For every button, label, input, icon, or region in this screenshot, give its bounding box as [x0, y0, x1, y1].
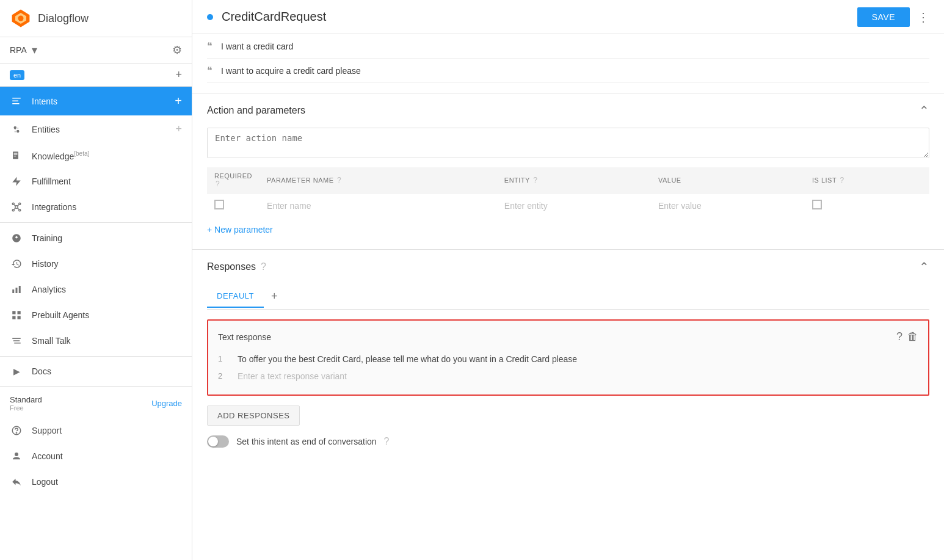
dialogflow-logo-icon [10, 7, 32, 29]
svg-rect-23 [16, 288, 18, 293]
sidebar-item-fulfillment[interactable]: Fulfillment [0, 169, 192, 194]
response-number-2: 2 [218, 371, 228, 380]
sidebar-item-knowledge[interactable]: Knowledge[beta] [0, 143, 192, 169]
upgrade-row: Standard Free Upgrade [0, 389, 192, 418]
add-entity-icon[interactable]: + [175, 123, 182, 136]
sidebar-item-label-integrations: Integrations [32, 202, 76, 212]
svg-line-20 [14, 208, 15, 209]
save-button[interactable]: SAVE [857, 7, 910, 27]
sidebar-item-label-training: Training [32, 233, 62, 243]
required-help-icon: ? [216, 180, 220, 188]
entity-cell[interactable]: Enter entity [497, 194, 651, 218]
action-name-input[interactable] [207, 128, 929, 158]
sidebar-item-logout[interactable]: Logout [0, 469, 192, 495]
settings-icon[interactable]: ⚙ [172, 43, 182, 57]
app-logo-text: Dialogflow [38, 12, 89, 25]
phrase-text-1: I want a credit card [221, 42, 293, 51]
quote-icon-1: ❝ [207, 40, 212, 52]
response-placeholder-2[interactable]: Enter a text response variant [238, 371, 347, 381]
sidebar-item-prebuilt-agents[interactable]: Prebuilt Agents [0, 302, 192, 328]
required-header: REQUIRED ? [207, 167, 260, 194]
text-response-help-button[interactable]: ? [896, 330, 902, 343]
svg-rect-27 [12, 316, 15, 319]
language-badge[interactable]: en [10, 70, 24, 80]
sidebar-item-support[interactable]: Support [0, 418, 192, 443]
add-responses-button[interactable]: ADD RESPONSES [207, 405, 300, 426]
param-name-cell[interactable]: Enter name [260, 194, 497, 218]
text-response-delete-button[interactable]: 🗑 [907, 330, 918, 343]
agent-selector[interactable]: RPA ▾ ⚙ [0, 37, 192, 64]
entity-help-icon: ? [533, 176, 537, 184]
sidebar-item-history[interactable]: History [0, 251, 192, 277]
collapse-action-params-icon[interactable]: ⌃ [919, 103, 929, 118]
svg-point-17 [19, 209, 21, 211]
phrase-row: ❝ I want a credit card [207, 34, 929, 59]
svg-rect-4 [12, 100, 18, 101]
response-text-1[interactable]: To offer you the best Credit Card, pleas… [238, 354, 577, 364]
end-conversation-toggle[interactable] [207, 435, 229, 448]
value-cell[interactable]: Enter value [651, 194, 805, 218]
upgrade-button[interactable]: Upgrade [151, 399, 182, 408]
small-talk-icon [10, 335, 23, 346]
tab-default[interactable]: DEFAULT [207, 285, 264, 308]
sidebar-item-label-account: Account [32, 451, 63, 461]
responses-header: Responses ? ⌃ [207, 260, 929, 274]
sidebar-item-small-talk[interactable]: Small Talk [0, 328, 192, 354]
response-row-2: 2 Enter a text response variant [218, 368, 918, 385]
logout-icon [10, 476, 23, 487]
more-options-icon[interactable]: ⋮ [917, 10, 929, 24]
content-area: ❝ I want a credit card ❝ I want to acqui… [192, 34, 944, 560]
sidebar-item-label-intents: Intents [32, 96, 57, 106]
action-params-header: Action and parameters ⌃ [207, 103, 929, 118]
response-tabs: DEFAULT + [207, 284, 929, 310]
sidebar-item-entities[interactable]: Entities + [0, 115, 192, 143]
intent-title: CreditCardRequest [222, 10, 857, 24]
sidebar-item-label-support: Support [32, 426, 62, 435]
sidebar-item-label-small-talk: Small Talk [32, 336, 71, 346]
entity-header: ENTITY ? [497, 167, 651, 194]
knowledge-icon [10, 150, 23, 161]
phrase-row: ❝ I want to acquire a credit card please [207, 59, 929, 83]
action-params-title: Action and parameters [207, 105, 305, 116]
svg-point-2 [18, 16, 24, 21]
sidebar-item-label-docs: Docs [32, 366, 51, 376]
svg-rect-26 [18, 311, 21, 314]
svg-line-21 [18, 208, 19, 209]
phrase-text-2: I want to acquire a credit card please [221, 66, 361, 76]
add-intent-icon[interactable]: + [175, 94, 182, 108]
sidebar-item-label-prebuilt-agents: Prebuilt Agents [32, 310, 89, 320]
responses-section: Responses ? ⌃ DEFAULT + Text response ? … [192, 250, 944, 457]
sidebar-item-docs[interactable]: ▶ Docs [0, 359, 192, 384]
value-header: VALUE [651, 167, 805, 194]
svg-rect-10 [14, 155, 18, 155]
integrations-icon [10, 202, 23, 213]
prebuilt-agents-icon [10, 310, 23, 321]
required-checkbox-cell[interactable] [207, 194, 260, 218]
collapse-responses-icon[interactable]: ⌃ [919, 260, 929, 274]
required-checkbox[interactable] [214, 200, 224, 209]
sidebar: Dialogflow RPA ▾ ⚙ en + Intents + Entiti… [0, 0, 192, 560]
agent-chevron-icon: ▾ [32, 43, 37, 57]
agent-name: RPA [10, 45, 27, 55]
svg-rect-5 [12, 103, 19, 104]
svg-point-15 [19, 203, 21, 205]
is-list-checkbox[interactable] [812, 200, 822, 209]
is-list-header: IS LIST ? [805, 167, 929, 194]
sidebar-nav: Intents + Entities + Knowledge[beta] Ful… [0, 87, 192, 495]
sidebar-item-account[interactable]: Account [0, 443, 192, 469]
sidebar-item-analytics[interactable]: Analytics [0, 277, 192, 302]
is-list-cell[interactable] [805, 194, 929, 218]
sidebar-item-training[interactable]: Training [0, 225, 192, 251]
end-conversation-label: Set this intent as end of conversation [236, 437, 377, 446]
add-language-icon[interactable]: + [175, 68, 182, 81]
new-parameter-button[interactable]: + New parameter [207, 220, 273, 239]
response-row-1: 1 To offer you the best Credit Card, ple… [218, 351, 918, 368]
sidebar-item-label-fulfillment: Fulfillment [32, 176, 71, 186]
history-icon [10, 258, 23, 269]
account-icon [10, 451, 23, 462]
sidebar-item-intents[interactable]: Intents + [0, 87, 192, 115]
analytics-icon [10, 284, 23, 295]
sidebar-item-integrations[interactable]: Integrations [0, 194, 192, 220]
responses-help-icon: ? [261, 261, 266, 272]
add-tab-icon[interactable]: + [264, 284, 285, 309]
